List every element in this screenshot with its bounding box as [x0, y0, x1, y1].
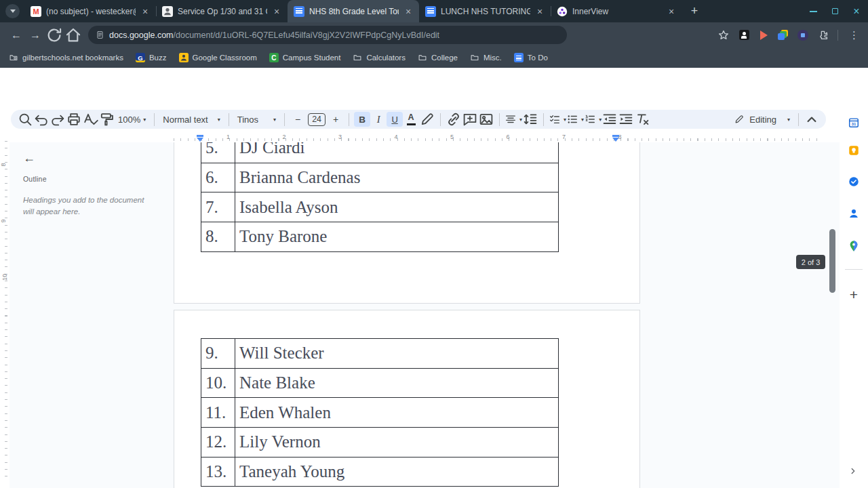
- row-name-cell[interactable]: Isabella Ayson: [235, 198, 338, 217]
- hide-menus-icon[interactable]: [804, 111, 820, 127]
- browser-menu-icon[interactable]: ⋮: [847, 29, 861, 41]
- styles-select[interactable]: Normal text▾: [159, 115, 223, 125]
- row-name-cell[interactable]: Will Stecker: [235, 344, 324, 363]
- calendar-icon[interactable]: 31: [848, 117, 860, 129]
- zoom-select[interactable]: 100%▾: [115, 115, 149, 125]
- increase-font-size-button[interactable]: +: [328, 111, 344, 127]
- table-row: 5.DJ Ciardi: [201, 142, 558, 163]
- undo-icon[interactable]: [33, 111, 50, 127]
- screencastify-extension-icon[interactable]: [758, 30, 769, 41]
- maximize-icon[interactable]: [829, 5, 841, 18]
- reload-icon[interactable]: [45, 26, 64, 45]
- row-number-cell[interactable]: 7.: [201, 192, 235, 222]
- decrease-indent-icon[interactable]: [601, 111, 618, 127]
- italic-button[interactable]: I: [370, 111, 387, 127]
- highlight-color-icon[interactable]: [419, 111, 435, 127]
- row-number-cell[interactable]: 8.: [201, 222, 235, 251]
- tab-search-button[interactable]: [5, 4, 20, 18]
- bulleted-list-select[interactable]: ▾: [566, 111, 584, 127]
- tab-title: NHS 8th Grade Level Tour Guid: [309, 7, 399, 16]
- tab-close-icon[interactable]: ×: [403, 6, 413, 17]
- mode-select[interactable]: Editing▾: [730, 114, 793, 125]
- search-icon[interactable]: [17, 111, 33, 127]
- address-bar[interactable]: docs.google.com/document/d/1uORL-6Q7ELef…: [88, 26, 567, 44]
- back-icon[interactable]: ←: [7, 26, 26, 45]
- insert-link-icon[interactable]: [446, 111, 462, 127]
- tab-close-icon[interactable]: ×: [272, 6, 281, 17]
- row-number-cell[interactable]: 6.: [201, 163, 235, 192]
- bold-button[interactable]: B: [354, 112, 370, 127]
- new-tab-button[interactable]: +: [686, 3, 703, 19]
- document-page[interactable]: 5.DJ Ciardi6.Brianna Cardenas7.Isabella …: [174, 142, 640, 304]
- increase-indent-icon[interactable]: [618, 111, 634, 127]
- hide-side-panel-icon[interactable]: [848, 466, 858, 476]
- minimize-icon[interactable]: [807, 5, 819, 18]
- paint-format-icon[interactable]: [98, 111, 115, 127]
- bookmark-item[interactable]: Google Classroom: [179, 53, 257, 62]
- bookmark-item[interactable]: College: [418, 53, 458, 62]
- browser-tab[interactable]: LUNCH NHS TUTORING SIGNU×: [419, 0, 551, 22]
- checklist-select[interactable]: ▾: [549, 111, 566, 127]
- add-addon-button[interactable]: +: [846, 287, 861, 302]
- spellcheck-icon[interactable]: [82, 111, 98, 127]
- bookmark-item[interactable]: gilbertschools.net bookmarks: [9, 53, 123, 62]
- close-icon[interactable]: ×: [850, 5, 863, 18]
- row-number-cell[interactable]: 10.: [201, 369, 235, 398]
- font-select[interactable]: Tinos▾: [234, 115, 279, 125]
- tab-close-icon[interactable]: ×: [667, 6, 676, 17]
- kami-extension-icon[interactable]: [738, 30, 749, 41]
- tasks-icon[interactable]: [848, 176, 860, 188]
- managed-folder-icon: [9, 53, 18, 62]
- contacts-icon[interactable]: [848, 207, 860, 220]
- row-number-cell[interactable]: 11.: [201, 398, 235, 427]
- browser-tab[interactable]: Service Op 1/30 and 31 Campo×: [156, 0, 288, 22]
- underline-button[interactable]: U: [387, 112, 403, 127]
- bookmark-item[interactable]: To Do: [514, 53, 548, 62]
- extensions-puzzle-icon[interactable]: [817, 29, 829, 41]
- redo-icon[interactable]: [50, 111, 66, 127]
- browser-tab[interactable]: M(no subject) - westecker@gilber×: [24, 0, 156, 22]
- browser-tab[interactable]: InnerView×: [551, 0, 682, 22]
- forward-icon[interactable]: →: [26, 26, 45, 45]
- row-name-cell[interactable]: Tony Barone: [235, 227, 327, 246]
- maps-icon[interactable]: [848, 240, 860, 252]
- tab-close-icon[interactable]: ×: [140, 6, 150, 17]
- row-name-cell[interactable]: Eden Whalen: [235, 403, 331, 422]
- insert-image-icon[interactable]: [478, 111, 494, 127]
- text-color-button[interactable]: A: [403, 111, 419, 127]
- font-size-input[interactable]: 24: [308, 113, 326, 126]
- clear-formatting-icon[interactable]: [634, 111, 650, 127]
- classroom-extension-icon[interactable]: [778, 30, 789, 41]
- row-number-cell[interactable]: 5.: [201, 142, 235, 163]
- bookmark-item[interactable]: Calculators: [353, 53, 406, 62]
- row-number-cell[interactable]: 12.: [201, 428, 235, 457]
- close-outline-icon[interactable]: ←: [23, 152, 165, 164]
- print-icon[interactable]: [66, 111, 82, 127]
- row-name-cell[interactable]: Brianna Cardenas: [235, 168, 360, 187]
- row-number-cell[interactable]: 9.: [201, 339, 235, 368]
- bookmark-item[interactable]: Misc.: [470, 53, 502, 62]
- keep-icon[interactable]: [848, 144, 860, 157]
- add-comment-icon[interactable]: [462, 111, 478, 127]
- row-name-cell[interactable]: Nate Blake: [235, 373, 315, 392]
- numbered-list-select[interactable]: ▾: [584, 111, 601, 127]
- decrease-font-size-button[interactable]: −: [290, 111, 306, 127]
- browser-tab[interactable]: NHS 8th Grade Level Tour Guid×: [288, 0, 419, 22]
- line-spacing-icon[interactable]: [522, 111, 538, 127]
- scrollbar-thumb[interactable]: [829, 229, 835, 293]
- readwrite-extension-icon[interactable]: [797, 30, 808, 41]
- tab-close-icon[interactable]: ×: [535, 6, 545, 17]
- align-select[interactable]: ▾: [505, 111, 522, 127]
- row-name-cell[interactable]: Lily Vernon: [235, 432, 321, 451]
- site-info-icon[interactable]: [96, 30, 104, 39]
- row-name-cell[interactable]: DJ Ciardi: [235, 142, 305, 157]
- row-number-cell[interactable]: 13.: [201, 458, 235, 487]
- home-icon[interactable]: [64, 26, 83, 45]
- bookmark-star-icon[interactable]: [717, 29, 730, 41]
- row-name-cell[interactable]: Taneyah Young: [235, 462, 344, 481]
- right-indent-marker[interactable]: [612, 134, 619, 142]
- bookmark-item[interactable]: GBuzz: [136, 53, 167, 62]
- bookmark-item[interactable]: CCampus Student: [269, 53, 341, 62]
- left-indent-marker[interactable]: [197, 134, 203, 142]
- document-page[interactable]: 9.Will Stecker10.Nate Blake11.Eden Whale…: [174, 310, 640, 488]
